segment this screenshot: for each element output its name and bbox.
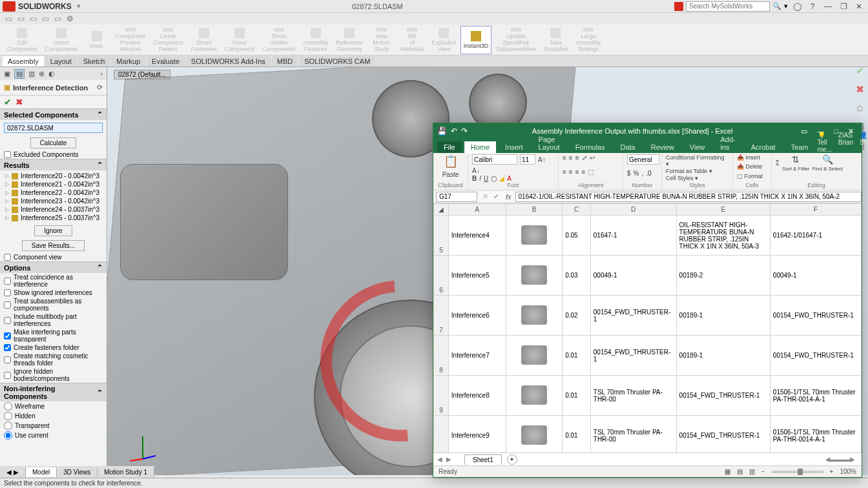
config-icon[interactable]: ▥ <box>28 70 35 78</box>
row-header[interactable] <box>434 416 449 453</box>
user-account-icon[interactable]: ◯ <box>790 1 803 12</box>
options-header[interactable]: Options⌃ <box>0 261 107 273</box>
paste-icon[interactable]: 📋 <box>444 154 458 168</box>
italic-button[interactable]: I <box>479 175 481 182</box>
appearance-icon[interactable]: ◐ <box>48 70 55 78</box>
search-icon[interactable]: 🔍 <box>772 2 781 10</box>
ribbon-assembly-features[interactable]: AssemblyFeatures <box>300 26 331 54</box>
cancel-button[interactable]: ✖ <box>16 97 23 107</box>
excel-tab-file[interactable]: File <box>437 141 462 153</box>
cell-thumbnail[interactable] <box>506 376 563 416</box>
table-row[interactable]: 8Interference70.0100154_FWD_THRUSTER-100… <box>434 336 862 376</box>
calculate-button[interactable]: Calculate <box>30 137 77 148</box>
cell-component-2[interactable]: 00154_FWD_THRUSTER-1 <box>676 416 770 453</box>
name-box[interactable] <box>436 192 477 202</box>
formula-input[interactable] <box>515 192 862 202</box>
excel-tab-review[interactable]: Review <box>645 141 681 153</box>
close-button[interactable]: ✕ <box>852 1 865 12</box>
tab-solidworks-add-ins[interactable]: SOLIDWORKS Add-Ins <box>186 56 271 66</box>
excel-grid[interactable]: ◢ABCDEF 5Interference40.0501647-1OIL-RES… <box>433 203 862 452</box>
excel-redo-icon[interactable]: ↷ <box>461 127 468 136</box>
row-header[interactable]: 8 <box>434 336 449 376</box>
result-item[interactable]: ▷Interference24 - 0.0037in^3 <box>3 205 104 214</box>
excel-undo-icon[interactable]: ↶ <box>451 127 457 136</box>
qat-save-icon[interactable]: ▭ <box>30 14 37 23</box>
non-interfering-header[interactable]: Non-interfering Components⌃ <box>0 383 107 402</box>
ribbon-component-preview-window[interactable]: ComponentPreviewWindow <box>112 26 149 54</box>
ribbon-bill-of-materials[interactable]: BillofMaterials <box>397 26 428 54</box>
qat-new-icon[interactable]: ▭ <box>5 14 12 23</box>
increase-decimal-icon[interactable]: .0 <box>646 170 651 177</box>
insert-cells-button[interactable]: Insert <box>746 154 761 161</box>
ribbon-new-motion-study[interactable]: NewMotionStudy <box>367 26 396 54</box>
zoom-level[interactable]: 100% <box>840 468 856 475</box>
sort-filter-icon[interactable]: ⇅ <box>792 154 800 165</box>
save-results-button[interactable]: Save Results... <box>22 240 85 251</box>
comma-icon[interactable]: , <box>641 170 643 177</box>
cell-component-1[interactable]: TSL 70mm Thruster PA-THR-00 <box>590 376 676 416</box>
conditional-formatting-button[interactable]: Conditional Formatting <box>666 154 725 161</box>
cell-thumbnail[interactable] <box>506 416 563 453</box>
sheet-nav-prev-icon[interactable]: ▶ <box>446 456 451 463</box>
tab-assembly[interactable]: Assembly <box>3 56 44 66</box>
cell-component-2[interactable]: 00154_FWD_THRUSTER-1 <box>676 376 770 416</box>
cell-thumbnail[interactable] <box>506 256 563 296</box>
column-header-D[interactable]: D <box>590 204 676 216</box>
zoom-in-button[interactable]: + <box>830 468 834 475</box>
table-row[interactable]: 6Interference50.0300049-100189-200049-1 <box>434 256 862 296</box>
ribbon-edit-component[interactable]: EditComponent <box>4 26 41 54</box>
qat-open-icon[interactable]: ▭ <box>17 14 25 23</box>
home-icon[interactable]: ⌂ <box>856 102 863 114</box>
cell-thumbnail[interactable] <box>506 296 563 336</box>
cell-thumbnail[interactable] <box>506 216 563 256</box>
normal-view-icon[interactable]: ▦ <box>725 468 730 475</box>
search-input[interactable] <box>686 1 770 12</box>
cell-component-2[interactable]: OIL-RESISTANT HIGH-TEMPERATURE BUNA-N RU… <box>676 216 770 256</box>
indent-decrease-icon[interactable]: ≡ <box>582 168 586 176</box>
increase-font-icon[interactable]: A↑ <box>538 156 546 163</box>
tell-me-input[interactable]: 💡 Tell me... <box>818 132 832 153</box>
bottom-tab-3d-views[interactable]: 3D Views <box>57 467 98 477</box>
fill-color-icon[interactable]: ◢ <box>499 175 504 182</box>
component-view-checkbox[interactable] <box>4 254 11 261</box>
restore-button[interactable]: ❐ <box>837 1 850 12</box>
align-left-icon[interactable]: ≡ <box>563 168 566 176</box>
cell-interference-name[interactable]: Interference5 <box>448 256 506 296</box>
table-row[interactable]: 5Interference40.0501647-1OIL-RESISTANT H… <box>434 216 862 256</box>
wrap-text-icon[interactable]: ↩ <box>590 154 595 161</box>
excel-tab-page-layout[interactable]: Page Layout <box>532 134 566 153</box>
autosum-icon[interactable]: Σ <box>776 159 780 167</box>
qat-options-icon[interactable]: ⚙ <box>67 14 74 23</box>
table-row[interactable]: Interference90.01TSL 70mm Thruster PA-TH… <box>434 416 862 453</box>
ribbon-linear-component-pattern[interactable]: LinearComponentPattern <box>150 26 187 54</box>
excel-share-button[interactable]: 👤 Share <box>860 132 868 153</box>
ribbon-instant3d[interactable]: Instant3D <box>460 26 492 54</box>
selected-component-input[interactable] <box>4 123 103 133</box>
bottom-tab-motion-study-1[interactable]: Motion Study 1 <box>98 467 154 477</box>
cell-interference-name[interactable]: Interference9 <box>448 416 506 453</box>
cell-pair[interactable]: 00049-1 <box>770 256 861 296</box>
pm-icon[interactable]: ▤ <box>14 69 25 79</box>
format-cells-button[interactable]: Format <box>745 173 763 179</box>
selected-components-header[interactable]: Selected Components⌃ <box>0 108 107 120</box>
ribbon-reference-geometry[interactable]: ReferenceGeometry <box>333 26 366 54</box>
minimize-button[interactable]: — <box>822 1 834 12</box>
excel-save-icon[interactable]: 💾 <box>437 127 447 136</box>
bottom-tab-model[interactable]: Model <box>26 467 57 477</box>
cell-pair[interactable]: 01506-1/TSL 70mm Thruster PA-THR-0014-A-… <box>770 376 861 416</box>
cell-volume[interactable]: 0.01 <box>563 376 591 416</box>
ribbon-exploded-view[interactable]: ExplodedView <box>428 26 459 54</box>
ribbon-insert-components[interactable]: InsertComponents <box>42 26 81 54</box>
table-row[interactable]: 9Interference80.01TSL 70mm Thruster PA-T… <box>434 376 862 416</box>
tab-layout[interactable]: Layout <box>45 56 77 66</box>
merge-icon[interactable]: ⬚ <box>588 168 594 176</box>
excluded-components-checkbox[interactable] <box>4 151 11 158</box>
number-format-select[interactable] <box>627 154 659 165</box>
table-row[interactable]: 7Interference60.0200154_FWD_THRUSTER-100… <box>434 296 862 336</box>
formula-cancel-icon[interactable]: ✕ <box>480 192 491 201</box>
confirm-corner-ok-icon[interactable]: ✔ <box>856 65 864 77</box>
column-header-C[interactable]: C <box>563 204 591 216</box>
qat-print-icon[interactable]: ▭ <box>42 14 49 23</box>
row-header[interactable]: 6 <box>434 256 449 296</box>
fx-icon[interactable]: fx <box>502 193 515 201</box>
